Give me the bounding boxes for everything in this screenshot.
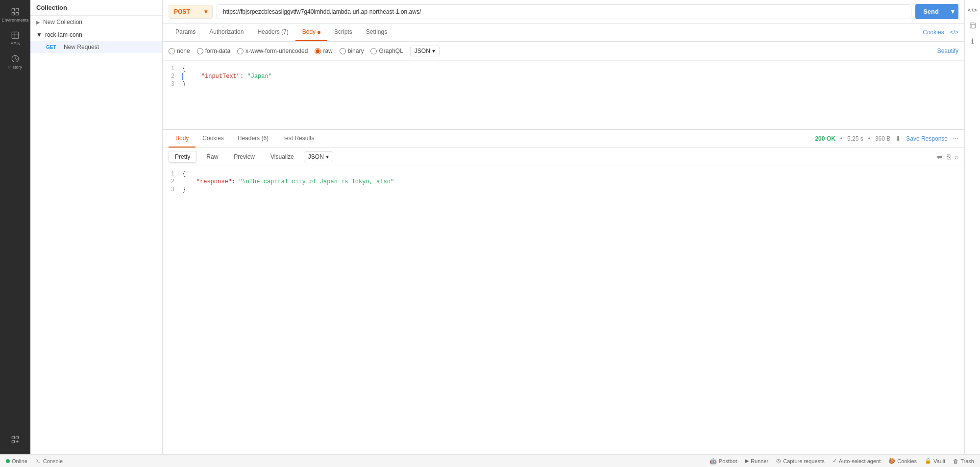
code-link[interactable]: </> (950, 29, 958, 36)
trash-label: Trash (960, 458, 974, 464)
response-line-2: 2 "response": "\nThe capital city of Jap… (163, 178, 964, 186)
radio-form-data[interactable]: form-data (197, 48, 230, 54)
tab-headers[interactable]: Headers (7) (250, 24, 295, 41)
new-collection-icon[interactable] (4, 429, 26, 450)
radio-binary[interactable]: binary (340, 48, 364, 54)
tab-scripts[interactable]: Scripts (327, 24, 359, 41)
svg-rect-3 (16, 12, 19, 15)
console-item[interactable]: Console (35, 458, 63, 464)
left-sidebar: Environments APIs History (0, 0, 30, 454)
wrap-icon[interactable]: ⇌ (937, 153, 943, 161)
code-line-3: 3 } (163, 80, 964, 88)
response-json-select[interactable]: JSON ▾ (304, 151, 333, 162)
radio-urlencoded-input[interactable] (237, 48, 244, 54)
status-bar: Online Console 🤖 Postbot ▶ Runner ◎ Capt… (0, 454, 980, 467)
collection-group-rock-lam-conn: ▼ rock-lam-conn GET New Request (30, 28, 162, 53)
cursor-bar (182, 73, 183, 80)
radio-graphql[interactable]: GraphQL (370, 48, 403, 54)
postbot-icon: 🤖 (710, 458, 717, 465)
layout-icon[interactable] (967, 20, 979, 31)
radio-raw-input[interactable] (315, 48, 321, 54)
json-select-arrow: ▾ (432, 48, 435, 54)
request-label: New Request (64, 44, 99, 50)
svg-rect-1 (16, 8, 19, 11)
environments-label: Environments (1, 18, 28, 23)
cookies-status-item[interactable]: 🍪 Cookies (888, 458, 917, 464)
svg-rect-0 (12, 8, 14, 11)
format-preview-btn[interactable]: Preview (228, 151, 261, 162)
info-icon[interactable]: ℹ (967, 35, 979, 47)
vault-item[interactable]: 🔒 Vault (925, 458, 945, 464)
radio-none-input[interactable] (169, 48, 175, 54)
code-icon[interactable]: </> (967, 4, 979, 16)
response-tab-body[interactable]: Body (169, 130, 196, 147)
copy-icon[interactable]: ⎘ (947, 153, 951, 161)
history-icon[interactable]: History (4, 51, 26, 73)
runner-label: Runner (751, 458, 768, 464)
auto-select-item[interactable]: ✓ Auto-select agent (833, 458, 881, 464)
response-tab-test-results[interactable]: Test Results (275, 130, 321, 147)
postbot-item[interactable]: 🤖 Postbot (710, 458, 737, 465)
collections-panel: Collection ▶ New Collection ▼ rock-lam-c… (30, 0, 163, 454)
radio-form-data-input[interactable] (197, 48, 203, 54)
response-tab-cookies[interactable]: Cookies (196, 130, 230, 147)
collections-list: ▶ New Collection ▼ rock-lam-conn GET New… (30, 16, 162, 454)
json-format-select[interactable]: JSON ▾ (410, 46, 440, 56)
online-status[interactable]: Online (6, 458, 27, 464)
radio-graphql-input[interactable] (370, 48, 377, 54)
response-tab-headers[interactable]: Headers (6) (231, 130, 275, 147)
vault-icon: 🔒 (925, 458, 931, 464)
status-separator: • (840, 135, 842, 142)
cookies-link[interactable]: Cookies (923, 29, 944, 36)
format-pretty-btn[interactable]: Pretty (169, 151, 196, 163)
format-visualize-btn[interactable]: Visualize (265, 151, 300, 162)
request-editor[interactable]: 1 { 2 "inputText": "Japan" 3 } (163, 61, 964, 129)
tabs-right: Cookies </> (923, 29, 958, 36)
radio-none[interactable]: none (169, 48, 190, 54)
tab-authorization[interactable]: Authorization (202, 24, 250, 41)
request-item-new-request[interactable]: GET New Request (30, 41, 162, 53)
response-tabs-bar: Body Cookies Headers (6) Test Results 20… (163, 130, 964, 148)
tab-params[interactable]: Params (169, 24, 202, 41)
collection-group-header[interactable]: ▼ rock-lam-conn (30, 28, 162, 41)
trash-item[interactable]: 🗑 Trash (953, 458, 974, 464)
cookies-status-label: Cookies (897, 458, 917, 464)
console-label: Console (43, 458, 63, 464)
runner-item[interactable]: ▶ Runner (745, 458, 768, 464)
save-response-button[interactable]: Save Response (906, 135, 948, 142)
send-button-arrow[interactable]: ▾ (947, 4, 958, 19)
collections-header: Collection (30, 0, 162, 16)
method-select[interactable]: POST ▾ (169, 5, 213, 19)
url-bar: POST ▾ Send ▾ (163, 0, 964, 24)
more-options-icon[interactable]: ⋯ (953, 135, 958, 142)
status-ok: 200 OK (815, 135, 835, 142)
arrow-icon: ▶ (36, 20, 40, 25)
save-icon: ⬇ (895, 135, 901, 143)
code-line-2: 2 "inputText": "Japan" (163, 73, 964, 80)
method-label: POST (174, 8, 190, 15)
radio-binary-input[interactable] (340, 48, 346, 54)
format-raw-btn[interactable]: Raw (200, 151, 224, 162)
tab-settings[interactable]: Settings (359, 24, 394, 41)
runner-icon: ▶ (745, 458, 749, 464)
history-label: History (8, 65, 22, 70)
radio-urlencoded[interactable]: x-www-form-urlencoded (237, 48, 308, 54)
beautify-button[interactable]: Beautify (937, 48, 958, 54)
response-time: 5.25 s (847, 135, 863, 142)
method-dropdown-icon: ▾ (204, 8, 207, 15)
tab-body[interactable]: Body (295, 24, 327, 41)
svg-rect-2 (12, 12, 14, 15)
send-button[interactable]: Send ▾ (915, 4, 958, 19)
response-line-1: 1 { (163, 170, 964, 178)
radio-raw[interactable]: raw (315, 48, 332, 54)
new-collection-item[interactable]: ▶ New Collection (30, 16, 162, 28)
online-label: Online (12, 458, 27, 464)
collections-title: Collection (36, 4, 67, 11)
url-input[interactable] (217, 4, 911, 19)
status-bar-right: 🤖 Postbot ▶ Runner ◎ Capture requests ✓ … (710, 458, 974, 465)
environments-icon[interactable]: Environments (4, 4, 26, 25)
search-icon[interactable]: ⌕ (955, 153, 958, 161)
capture-item[interactable]: ◎ Capture requests (776, 458, 824, 464)
group-arrow-icon: ▼ (36, 31, 42, 38)
apis-icon[interactable]: APIs (4, 27, 26, 49)
